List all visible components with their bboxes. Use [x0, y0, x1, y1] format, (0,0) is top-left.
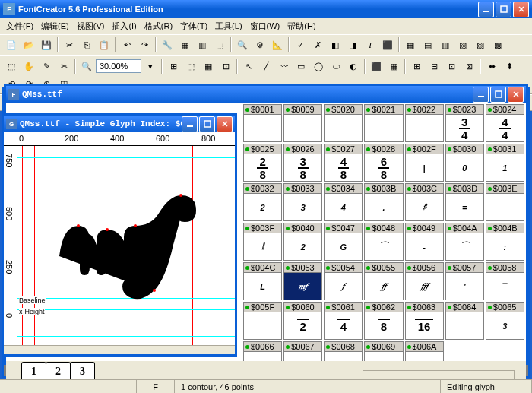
glyph-cell[interactable]: $00614 — [324, 302, 363, 340]
glyph-cell[interactable]: $0058¯ — [486, 262, 524, 300]
new-icon[interactable]: 📄 — [3, 36, 20, 53]
editor-maximize-button[interactable] — [199, 116, 215, 132]
flip-h-icon[interactable]: ⬌ — [483, 58, 500, 74]
tool-icon[interactable]: ▥ — [194, 36, 211, 53]
tool-icon[interactable]: ⚙ — [252, 36, 268, 53]
glyph-cell[interactable]: $00602 — [283, 302, 322, 340]
glyph-cell[interactable]: $0021 — [364, 104, 403, 142]
glyph-cell[interactable]: $002334 — [445, 104, 484, 142]
menu-view[interactable]: 视图(V) — [74, 19, 108, 33]
menu-help[interactable]: 帮助(H) — [284, 19, 318, 33]
glyph-cell[interactable]: $006911 — [364, 341, 403, 363]
glyph-cell[interactable]: $0048⁀ — [364, 223, 403, 261]
glyph-cell[interactable]: $0009 — [283, 104, 322, 142]
glyph-cell[interactable]: $005F — [243, 302, 282, 340]
glyph-cell[interactable]: $004CL — [243, 262, 282, 300]
layout-icon[interactable]: ▦ — [402, 36, 419, 53]
menu-window[interactable]: 窗口(W) — [247, 19, 283, 33]
glyph-cell[interactable]: $003D= — [445, 183, 484, 221]
glyph-cell[interactable]: $00300 — [445, 144, 484, 182]
layout-icon[interactable]: ▩ — [489, 36, 506, 53]
glyph-cell[interactable]: $004B: — [486, 223, 524, 261]
ellipse-icon[interactable]: ◯ — [310, 58, 327, 74]
glyph-cell[interactable]: $00322 — [243, 183, 282, 221]
editor-scrollbar[interactable] — [4, 345, 235, 354]
menu-edit[interactable]: 编辑(E) — [38, 19, 72, 33]
tool-icon[interactable]: ◐ — [345, 58, 362, 74]
glyph-outline[interactable] — [48, 169, 215, 313]
layout-icon[interactable]: ▨ — [472, 36, 489, 53]
snap-icon[interactable]: ⬚ — [182, 58, 199, 74]
glyph-cell[interactable]: $002528 — [243, 144, 282, 182]
tab-3[interactable]: 3 — [70, 362, 95, 381]
glyph-cell[interactable]: $00333 — [283, 183, 322, 221]
tool-icon[interactable]: ⬭ — [328, 58, 344, 74]
menu-file[interactable]: 文件(F) — [3, 19, 36, 33]
tab-1[interactable]: 1 — [21, 362, 46, 381]
tool-icon[interactable]: ⊡ — [217, 58, 234, 74]
glyph-cell[interactable]: $00402 — [283, 223, 322, 261]
copy-icon[interactable]: ⎘ — [78, 36, 95, 53]
font-icon[interactable]: I — [362, 36, 378, 53]
glyph-cell[interactable]: $003E — [486, 183, 524, 221]
glyph-cell[interactable]: $004A⁀ — [445, 223, 484, 261]
menu-font[interactable]: 字体(T) — [177, 19, 211, 33]
glyph-cell[interactable]: $0053𝑚𝑓 — [283, 262, 322, 300]
child-minimize-button[interactable] — [473, 87, 489, 103]
glyph-cell[interactable]: $003C♯ — [405, 183, 444, 221]
font-window-titlebar[interactable]: F QMss.ttf — [6, 86, 526, 103]
knife-icon[interactable]: ✂ — [55, 58, 72, 74]
glyph-cell[interactable]: $0001 — [243, 104, 282, 142]
glyph-cell[interactable]: $006316 — [405, 302, 444, 340]
tool-icon[interactable]: 🔧 — [159, 36, 176, 53]
glyph-editor-window[interactable]: G QMss.ttf - Simple Glyph Index: $00... … — [2, 113, 237, 357]
glyph-cell[interactable]: $00668 — [243, 341, 282, 363]
glyph-cell[interactable]: $0022 — [405, 104, 444, 142]
layout-icon[interactable]: ▤ — [420, 36, 436, 53]
menu-tools[interactable]: 工具(L) — [212, 19, 245, 33]
curve-icon[interactable]: 〰 — [275, 58, 292, 74]
glyph-cell[interactable]: $002868 — [364, 144, 403, 182]
glyph-cell[interactable]: $00628 — [364, 302, 403, 340]
zoom-input[interactable]: 30.00% — [96, 59, 141, 73]
tool-icon[interactable]: ✗ — [309, 36, 326, 53]
glyph-cell[interactable]: $006810 — [324, 341, 363, 363]
glyph-cell[interactable]: $002748 — [324, 144, 363, 182]
menu-format[interactable]: 格式(R) — [141, 19, 176, 33]
save-icon[interactable]: 💾 — [38, 36, 55, 53]
glyph-cell[interactable]: $0047G — [324, 223, 363, 261]
guides-icon[interactable]: ▦ — [200, 58, 217, 74]
glyph-canvas[interactable]: Baseline x-Height — [17, 146, 235, 345]
open-icon[interactable]: 📂 — [21, 36, 37, 53]
editor-close-button[interactable] — [217, 116, 233, 132]
transform-icon[interactable]: ⊞ — [408, 58, 425, 74]
tool-icon[interactable]: ⬛ — [379, 36, 396, 53]
undo-icon[interactable]: ↶ — [119, 36, 135, 53]
guide-horizontal[interactable] — [17, 157, 235, 158]
pen-icon[interactable]: ✎ — [38, 58, 55, 74]
glyph-cell[interactable]: $0055𝑓𝑓 — [364, 262, 403, 300]
glyph-cell[interactable]: $00679 — [283, 341, 322, 363]
select-icon[interactable]: ⬚ — [3, 58, 20, 74]
minimize-button[interactable] — [478, 2, 494, 17]
glyph-cell[interactable]: $0049- — [405, 223, 444, 261]
glyph-cell[interactable]: $003B. — [364, 183, 403, 221]
tool-icon[interactable]: ✓ — [292, 36, 309, 53]
hand-icon[interactable]: ✋ — [21, 58, 37, 74]
child-maximize-button[interactable] — [490, 87, 506, 103]
flip-v-icon[interactable]: ⬍ — [501, 58, 518, 74]
dropdown-icon[interactable]: ▾ — [142, 58, 159, 74]
maximize-button[interactable] — [496, 2, 511, 17]
glyph-cell[interactable]: $00653 — [486, 302, 524, 340]
tool-icon[interactable]: ◧ — [327, 36, 344, 53]
layout-icon[interactable]: ▥ — [437, 36, 454, 53]
glyph-cell[interactable]: $00344 — [324, 183, 363, 221]
glyph-cell[interactable]: $002444 — [486, 104, 524, 142]
line-icon[interactable]: ╱ — [258, 58, 274, 74]
arrow-icon[interactable]: ↖ — [240, 58, 257, 74]
child-close-button[interactable] — [508, 87, 524, 103]
tool-icon[interactable]: 🔍 — [234, 36, 251, 53]
transform-icon[interactable]: ⊠ — [461, 58, 477, 74]
editor-titlebar[interactable]: G QMss.ttf - Simple Glyph Index: $00... — [4, 116, 235, 132]
tool-icon[interactable]: ◨ — [344, 36, 361, 53]
